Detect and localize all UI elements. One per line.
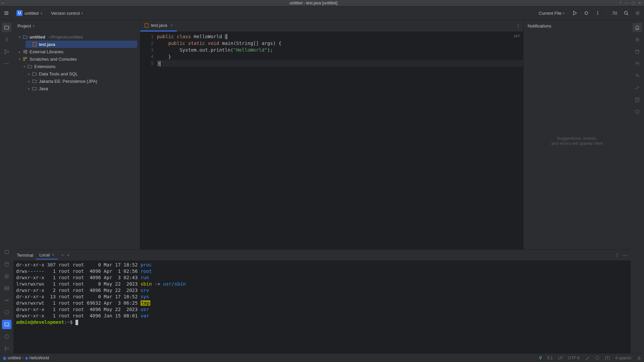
svg-rect-30 xyxy=(23,59,25,61)
vim-indicator[interactable]: V xyxy=(539,356,542,360)
svg-point-24 xyxy=(5,347,6,348)
tree-file-selected[interactable]: test.java xyxy=(25,41,137,48)
terminal-tab-active[interactable]: Local × xyxy=(36,251,58,259)
chevron-down-icon: ▾ xyxy=(81,11,83,15)
database-right-icon[interactable] xyxy=(633,47,642,56)
lock-icon[interactable] xyxy=(637,356,641,360)
debug-button[interactable] xyxy=(582,9,591,17)
close-icon[interactable]: ✕ xyxy=(638,1,641,5)
pin-icon[interactable]: ⇡ xyxy=(619,1,622,5)
tree-ext-item[interactable]: ▸ Data Tools and SQL xyxy=(25,70,137,77)
code-editor[interactable]: 1 2 3 4 5 public class HelloWorld { publ… xyxy=(140,32,523,249)
close-tab-icon[interactable]: × xyxy=(52,252,54,257)
project-selector[interactable]: U untitled ▾ xyxy=(13,8,45,18)
indicator-icon[interactable] xyxy=(595,356,600,360)
class-icon: ◉ xyxy=(25,356,28,360)
breadcrumb[interactable]: ▣ untitled › ◉ HelloWorld xyxy=(3,356,49,360)
project-tree[interactable]: ▾ untitled ~/Projects/untitled test.java xyxy=(13,32,140,94)
chevron-right-icon[interactable]: ▸ xyxy=(27,87,31,90)
editor-tab-active[interactable]: test.java × xyxy=(140,20,177,32)
tree-scratches[interactable]: ▾ Scratches and Consoles xyxy=(16,55,137,63)
top-toolbar: U untitled ▾ Version control ▾ Current F… xyxy=(0,6,644,20)
chevron-down-icon[interactable]: ▾ xyxy=(17,57,21,61)
chevron-down-icon[interactable]: ▾ xyxy=(67,253,69,257)
chevron-down-icon[interactable]: ▾ xyxy=(22,65,26,68)
tab-mode[interactable]: [T] xyxy=(605,356,610,360)
svg-rect-22 xyxy=(5,323,9,326)
run-config-selector[interactable]: Current File ▾ xyxy=(535,9,568,17)
app-menu-icon[interactable]: ▾ xyxy=(2,1,4,5)
collab2-right-icon[interactable] xyxy=(633,71,642,80)
more-run-options[interactable] xyxy=(593,9,602,17)
folder-icon xyxy=(28,64,33,69)
readonly-icon[interactable] xyxy=(585,356,590,360)
java-file-icon xyxy=(32,42,38,47)
project-root-path: ~/Projects/untitled xyxy=(48,35,83,40)
close-tab-icon[interactable]: × xyxy=(170,23,173,28)
database-tool-icon[interactable] xyxy=(2,259,11,269)
build-tool-icon[interactable] xyxy=(2,308,11,317)
chevron-down-icon[interactable]: ▾ xyxy=(17,35,21,39)
settings-icon[interactable] xyxy=(633,9,642,17)
editor-tab-strip: test.java × xyxy=(140,20,523,32)
indent-setting[interactable]: 4 spaces xyxy=(615,356,631,360)
endpoints-tool-icon[interactable] xyxy=(2,296,11,305)
breadcrumb-module: untitled xyxy=(8,356,21,360)
line-separator[interactable]: LF xyxy=(558,356,563,360)
tree-extensions[interactable]: ▾ Extensions xyxy=(21,63,137,70)
svg-point-4 xyxy=(613,11,614,13)
docs-right-icon[interactable] xyxy=(633,95,642,105)
shield-right-icon[interactable] xyxy=(633,107,642,117)
problems-tool-icon[interactable] xyxy=(2,332,11,341)
chevron-down-icon[interactable]: ▾ xyxy=(33,24,35,28)
terminal-new-tab-icon[interactable]: ＋ xyxy=(60,252,65,258)
version-control-menu[interactable]: Version control ▾ xyxy=(48,9,86,17)
project-tool-icon[interactable] xyxy=(2,23,11,32)
terminal-hide-icon[interactable]: — xyxy=(623,253,627,258)
tree-label: Data Tools and SQL xyxy=(39,71,78,76)
tree-ext-item[interactable]: ▸ Jakarta EE: Persistence (JPA) xyxy=(25,77,137,85)
svg-point-34 xyxy=(518,27,519,27)
cursor-position[interactable]: 5:1 xyxy=(547,356,553,360)
svg-rect-11 xyxy=(7,51,9,52)
minimize-icon[interactable]: — xyxy=(625,1,629,5)
editor-tab-more-icon[interactable] xyxy=(516,23,521,28)
structure-tool-icon[interactable] xyxy=(2,47,11,56)
chevron-right-icon[interactable]: ▸ xyxy=(27,72,31,76)
tree-label: Scratches and Consoles xyxy=(30,57,77,62)
notifications-tool-icon[interactable] xyxy=(633,23,642,32)
code-with-me-icon[interactable] xyxy=(610,9,619,17)
svg-point-1 xyxy=(597,11,598,12)
svg-rect-31 xyxy=(145,23,148,27)
tree-label: Extensions xyxy=(34,64,56,69)
ai-tool-icon[interactable] xyxy=(633,35,642,44)
svg-rect-15 xyxy=(5,250,8,254)
editor-tab-label: test.java xyxy=(151,23,167,28)
search-everywhere-icon[interactable] xyxy=(622,9,631,17)
chevron-right-icon[interactable]: ▸ xyxy=(17,50,21,54)
file-encoding[interactable]: UTF-8 xyxy=(568,356,580,360)
profiler-right-icon[interactable] xyxy=(633,83,642,93)
collab-right-icon[interactable] xyxy=(633,59,642,68)
project-root[interactable]: ▾ untitled ~/Projects/untitled xyxy=(16,33,137,41)
chevron-right-icon[interactable]: ▸ xyxy=(27,79,31,83)
tree-file-name: test.java xyxy=(39,42,55,47)
stack-tool-icon[interactable] xyxy=(2,272,11,281)
main-menu-button[interactable] xyxy=(2,9,11,17)
inspections-badge[interactable]: OFF xyxy=(514,33,520,40)
bookmarks-tool-icon[interactable] xyxy=(2,247,11,257)
vcs-tool-icon[interactable] xyxy=(2,344,11,353)
svg-point-26 xyxy=(8,348,9,349)
tree-ext-item[interactable]: ▸ Java xyxy=(25,85,137,92)
services-tool-icon[interactable] xyxy=(2,284,11,293)
commit-tool-icon[interactable] xyxy=(2,35,11,44)
tree-ext-libs[interactable]: ▸ External Libraries xyxy=(16,48,137,55)
breadcrumb-class: HelloWorld xyxy=(30,356,49,360)
svg-point-20 xyxy=(7,300,8,301)
maximize-icon[interactable]: ▢ xyxy=(632,1,635,5)
more-tool-icon[interactable] xyxy=(2,59,11,68)
terminal-tool-icon[interactable] xyxy=(2,320,11,329)
terminal-more-icon[interactable] xyxy=(615,253,620,257)
terminal-output[interactable]: dr-xr-xr-x 307 root root 0 Mar 17 18:52 … xyxy=(13,260,631,353)
run-button[interactable] xyxy=(571,9,579,17)
